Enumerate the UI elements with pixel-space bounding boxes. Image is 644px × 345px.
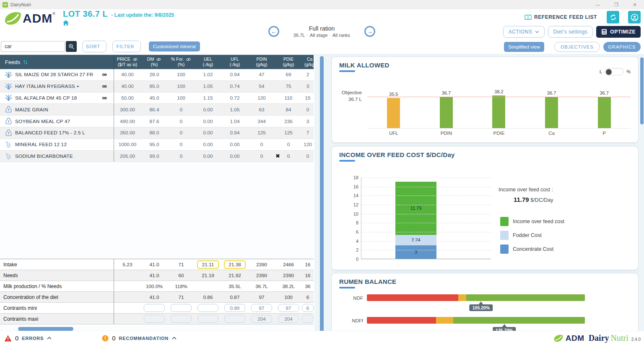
column-title: DM [147, 57, 161, 62]
constraint-input[interactable]: 204 [251, 315, 272, 323]
infinity-icon[interactable]: ∞ [102, 96, 107, 100]
chart-baseline [367, 128, 631, 129]
errors-count: 0 [15, 335, 18, 342]
feed-name: MINERAL FEED 12 12 [15, 142, 67, 147]
column-header-uel[interactable]: UEL(-/kg) [195, 55, 221, 69]
constraint-input[interactable]: 97 [251, 304, 272, 312]
minimize-icon[interactable]: — [589, 0, 607, 9]
errors-toggle[interactable]: 0 ERRORS [4, 335, 52, 342]
feed-row[interactable]: MAIZE GRAIN300.0086.400.001.0563840 [0, 104, 314, 116]
refresh-button[interactable] [607, 11, 619, 23]
ration-title: Full ration [279, 25, 364, 32]
column-header-pdin[interactable]: PDIN(g/kg) [248, 55, 275, 69]
title-underline [339, 70, 355, 72]
constraint-input[interactable] [302, 315, 314, 323]
infinity-icon[interactable]: ∞ [102, 72, 107, 77]
feed-row[interactable]: SODIUM BICARBONATE205.0099.000.000.000✖0… [0, 151, 314, 162]
search-button[interactable] [66, 41, 77, 52]
vertical-scrollbar[interactable] [320, 56, 324, 332]
x-axis-label: PDIN [420, 131, 473, 136]
objectives-button[interactable]: OBJECTIVES [554, 42, 600, 52]
footer-brand-logo: ADM DairyNutri 2.4.0 [553, 333, 641, 343]
constraint-input[interactable]: 204 [278, 315, 299, 323]
window-title: DairyNutri [10, 2, 31, 7]
column-header-ufl[interactable]: UFL(-/kg) [221, 55, 248, 69]
constraint-input[interactable]: 0.89 [224, 304, 245, 312]
recommandation-toggle[interactable]: 0 RECOMMANDATION [102, 335, 177, 342]
constraint-input[interactable] [224, 315, 245, 323]
mineral-icon [5, 141, 11, 148]
constraint-input[interactable] [171, 304, 192, 312]
feed-value-cell: 0 [248, 142, 275, 147]
summary-value-cell: 21.92 [221, 273, 248, 278]
home-icon[interactable] [63, 20, 69, 26]
graphics-button[interactable]: GRAPHICS [603, 42, 641, 52]
summary-value-cell: 71 [168, 262, 195, 268]
iofc-chart: 11.792.243 [361, 178, 491, 259]
feed-row[interactable]: SIL ALFALFA DM 45 CP 18∞50.0045.01001.15… [0, 93, 314, 104]
constraint-input[interactable] [171, 315, 192, 323]
summary-value-cell: 118% [168, 283, 195, 289]
next-ration-button[interactable]: → [364, 26, 375, 37]
sort-dropdown[interactable]: SORT [82, 41, 106, 52]
filter-dropdown[interactable]: FILTER [112, 41, 141, 52]
feed-value-cell: 84 [275, 107, 302, 113]
summary-value-cell: 71 [168, 294, 195, 300]
simplified-view-button[interactable]: Simplified view [504, 42, 544, 52]
horizontal-scrollbar[interactable] [18, 327, 73, 331]
summary-value-cell: 21.19 [195, 273, 221, 278]
maximize-icon[interactable]: ❐ [607, 0, 626, 9]
summary-row-label: Contraints maxi [0, 314, 114, 324]
summary-value-cell: 6 [302, 294, 314, 300]
errors-label: ERRORS [22, 336, 44, 341]
marker-value: 125.70% [493, 327, 516, 331]
constraint-input[interactable] [197, 304, 218, 312]
feed-name-cell: HAY ITALIAN RYEGRASS +∞ [0, 81, 114, 92]
column-header-for[interactable]: % For.(%) [168, 55, 195, 69]
feed-value-cell: 120 [248, 95, 275, 101]
constraint-input[interactable]: 6 [302, 304, 314, 312]
feed-row[interactable]: MINERAL FEED 12 121000.0095.000.000.0000… [0, 139, 314, 151]
breadcrumb [63, 20, 174, 26]
previous-ration-button[interactable]: ← [268, 26, 279, 37]
user-account-button[interactable] [628, 11, 641, 23]
column-header-dm[interactable]: DM(%) [141, 55, 168, 69]
column-header-pdie[interactable]: PDIE(g/kg) [275, 55, 302, 69]
feed-row[interactable]: BALANCED FEED 17% - 2.5 L350.0088.000.00… [0, 127, 314, 139]
feeds-column-header[interactable]: Feeds [0, 55, 114, 69]
search-input[interactable] [1, 41, 65, 52]
eye-hidden-icon[interactable] [132, 57, 138, 62]
feed-value-cell: 0.00 [195, 118, 221, 124]
window-titlebar: DairyNutri — ❐ ✕ [0, 0, 644, 9]
feed-row[interactable]: SOYBEAN MEAL CP 47490.0087.600.001.04344… [0, 116, 314, 127]
reference-feed-list-button[interactable]: REFERENCE FEED LIST [525, 14, 602, 20]
milk-bar-slot: 36.7 [420, 57, 473, 128]
summary-row-label: Needs [0, 270, 114, 281]
eye-hidden-icon[interactable] [156, 57, 161, 62]
rumen-segment [453, 317, 585, 324]
constraint-input[interactable] [144, 315, 165, 323]
close-icon[interactable]: ✕ [626, 0, 644, 9]
constraint-input[interactable]: 97 [278, 304, 299, 312]
objective-line [367, 97, 631, 97]
feed-value-cell: 1000.00 [114, 142, 141, 147]
column-header-price[interactable]: PRICE($/T as is) [114, 55, 141, 69]
diets-settings-button[interactable]: Diet's settings [548, 26, 593, 38]
feed-row[interactable]: SIL MAIZE DM 28 STARCH 27 FR∞40.0028.010… [0, 69, 314, 81]
customized-mineral-button[interactable]: Customized mineral [149, 41, 200, 51]
column-header-ca[interactable]: Ca(g/kg) [302, 55, 314, 69]
constraint-input[interactable] [197, 315, 218, 323]
constraint-input[interactable] [144, 304, 165, 312]
summary-value-cell [195, 315, 221, 323]
panel-scrollbar[interactable] [640, 57, 644, 124]
rumen-segment [458, 294, 466, 301]
eye-hidden-icon[interactable] [186, 57, 191, 62]
feed-row[interactable]: HAY ITALIAN RYEGRASS +∞40.0085.01001.050… [0, 81, 314, 93]
optimize-button[interactable]: OPTIMIZE [596, 26, 641, 38]
adm-leaf-icon [3, 10, 23, 27]
recommendation-warning-icon [102, 335, 109, 342]
objective-label: Objective 36.7 L [334, 90, 362, 103]
rumen-balance-panel: RUMEN BALANCE NDF105.20%NDFf125.70% [331, 273, 639, 331]
infinity-icon[interactable]: ∞ [102, 84, 107, 88]
actions-dropdown[interactable]: ACTIONS [503, 26, 545, 38]
